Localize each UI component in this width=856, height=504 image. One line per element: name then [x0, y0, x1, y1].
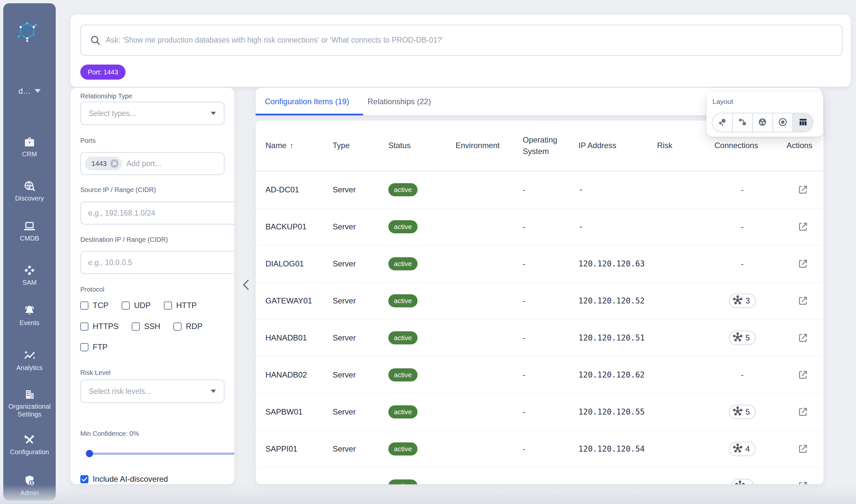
- cell-ip-address: 120.120.120.54: [578, 444, 657, 453]
- protocol-checkbox-https[interactable]: HTTPS: [80, 322, 119, 331]
- column-header-environment[interactable]: Environment: [456, 140, 523, 151]
- connections-count-pill[interactable]: [731, 479, 754, 484]
- column-header-status[interactable]: Status: [388, 140, 456, 151]
- min-confidence-slider[interactable]: [80, 450, 234, 457]
- search-input[interactable]: [101, 36, 842, 44]
- checkbox-icon[interactable]: [164, 302, 172, 310]
- sidebar-item-discovery[interactable]: Discovery: [3, 180, 56, 202]
- checkbox-icon[interactable]: [132, 322, 140, 331]
- table-row-hanadb02[interactable]: HANADB02Serveractive-120.120.120.62-: [256, 357, 823, 394]
- table-row-sappi01[interactable]: SAPPI01Serveractive-120.120.120.54 4: [256, 431, 823, 468]
- layout-option-radial[interactable]: [772, 113, 793, 132]
- collapse-filter-button[interactable]: [241, 278, 251, 292]
- table-row-dialog01[interactable]: DIALOG01Serveractive-120.120.120.63-: [256, 246, 823, 283]
- include-ai-checkbox-row[interactable]: Include AI-discovered: [80, 474, 225, 484]
- table-row-gateway01[interactable]: GATEWAY01Serveractive-120.120.120.52 3: [256, 283, 823, 320]
- cell-ip-address: 120.120.120.63: [578, 259, 657, 268]
- radial-icon: [778, 117, 788, 128]
- status-badge: active: [388, 257, 417, 270]
- column-header-operating-system[interactable]: Operating System: [523, 134, 578, 157]
- sidebar-item-sam[interactable]: SAM: [3, 264, 56, 286]
- open-details-button[interactable]: [797, 369, 808, 380]
- cell-connections: 5: [714, 405, 770, 419]
- table-row-ad-dc01[interactable]: AD-DC01Serveractive---: [256, 172, 823, 209]
- sidebar-item-label: Configuration: [3, 448, 56, 456]
- connections-count-pill[interactable]: 5: [729, 405, 756, 419]
- sidebar-item-events[interactable]: Events: [3, 304, 56, 327]
- open-details-button[interactable]: [797, 406, 808, 417]
- table-row-partial[interactable]: active: [256, 468, 823, 484]
- open-details-button[interactable]: [797, 184, 808, 195]
- app-root: d... CRM Discovery CMDB SAM Events Analy…: [0, 0, 856, 504]
- filter-panel: Relationship Type Select types... Ports …: [70, 88, 234, 484]
- tab-configuration-items-19[interactable]: Configuration Items (19): [256, 88, 358, 115]
- protocol-checkbox-ssh[interactable]: SSH: [132, 322, 160, 331]
- risk-level-select[interactable]: Select risk levels...: [80, 379, 225, 403]
- column-header-name[interactable]: Name↑: [265, 140, 333, 151]
- protocol-option-label: HTTP: [176, 301, 197, 310]
- connections-count-pill[interactable]: 4: [729, 442, 756, 456]
- layout-option-force-graph[interactable]: [712, 113, 732, 132]
- protocol-option-label: FTP: [93, 342, 107, 352]
- protocol-checkbox-tcp[interactable]: TCP: [80, 301, 108, 310]
- checkbox-icon[interactable]: [80, 322, 88, 331]
- table-row-sapbw01[interactable]: SAPBW01Serveractive-120.120.120.55 5: [256, 394, 823, 431]
- slider-track[interactable]: [89, 453, 234, 455]
- destination-ip-field[interactable]: [80, 251, 234, 274]
- layout-option-cluster[interactable]: [752, 113, 772, 132]
- checked-checkbox-icon[interactable]: [80, 475, 88, 483]
- checkbox-icon[interactable]: [122, 302, 130, 310]
- sidebar-item-analytics[interactable]: Analytics: [3, 349, 56, 372]
- cell-actions: [770, 258, 823, 269]
- open-details-button[interactable]: [797, 332, 808, 343]
- x-circle-icon[interactable]: [110, 159, 119, 168]
- ports-input[interactable]: 1443 Add port...: [80, 152, 225, 175]
- checkbox-icon[interactable]: [80, 302, 88, 310]
- cell-name: DIALOG01: [265, 259, 333, 268]
- open-details-button[interactable]: [797, 258, 808, 269]
- source-ip-field[interactable]: [80, 201, 234, 224]
- table-row-hanadb01[interactable]: HANADB01Serveractive-120.120.120.51 5: [256, 320, 823, 357]
- cell-actions: [770, 481, 823, 484]
- protocol-checkbox-ftp[interactable]: FTP: [80, 342, 107, 352]
- sidebar-item-configuration[interactable]: Configuration: [3, 433, 56, 456]
- briefcase-icon: [23, 135, 36, 148]
- sidebar-item-crm[interactable]: CRM: [3, 135, 56, 158]
- column-header-type[interactable]: Type: [333, 140, 388, 151]
- sidebar-item-organizational-settings[interactable]: Organizational Settings: [3, 388, 56, 418]
- cell-actions: [770, 406, 823, 417]
- slider-thumb[interactable]: [86, 450, 93, 457]
- open-details-button[interactable]: [797, 443, 808, 454]
- checkbox-icon[interactable]: [80, 343, 88, 351]
- org-dropdown[interactable]: d...: [3, 87, 56, 96]
- layout-option-hierarchy[interactable]: [732, 113, 752, 132]
- column-header-risk[interactable]: Risk: [657, 140, 714, 151]
- table-row-backup01[interactable]: BACKUP01Serveractive---: [256, 209, 823, 246]
- open-details-button[interactable]: [797, 295, 808, 306]
- relationship-type-placeholder: Select types...: [89, 109, 211, 118]
- connections-count-pill[interactable]: 5: [729, 331, 756, 345]
- protocol-checkbox-rdp[interactable]: RDP: [173, 322, 202, 331]
- sidebar-item-cmdb[interactable]: CMDB: [3, 219, 56, 242]
- cell-ip-address: 120.120.120.52: [578, 296, 657, 305]
- tab-relationships-22[interactable]: Relationships (22): [358, 88, 440, 115]
- column-header-actions[interactable]: Actions: [770, 140, 823, 151]
- protocol-checkbox-udp[interactable]: UDP: [122, 301, 151, 310]
- open-details-button[interactable]: [797, 481, 808, 484]
- cell-status: active: [388, 183, 456, 196]
- cell-status: active: [388, 368, 456, 381]
- layout-option-table[interactable]: [792, 113, 813, 132]
- risk-level-placeholder: Select risk levels...: [89, 387, 211, 396]
- port-filter-chip[interactable]: Port: 1443: [80, 65, 126, 79]
- chart-trend-icon: [23, 349, 36, 362]
- hierarchy-icon: [737, 117, 748, 128]
- column-header-ip-address[interactable]: IP Address: [578, 140, 657, 151]
- protocol-checkbox-http[interactable]: HTTP: [164, 301, 197, 310]
- checkbox-icon[interactable]: [173, 322, 181, 331]
- cell-os: -: [523, 259, 578, 268]
- connections-count-pill[interactable]: 3: [729, 294, 756, 308]
- relationship-type-select[interactable]: Select types...: [80, 102, 225, 125]
- status-badge: active: [388, 183, 417, 196]
- column-header-connections[interactable]: Connections: [714, 140, 770, 151]
- open-details-button[interactable]: [797, 221, 808, 232]
